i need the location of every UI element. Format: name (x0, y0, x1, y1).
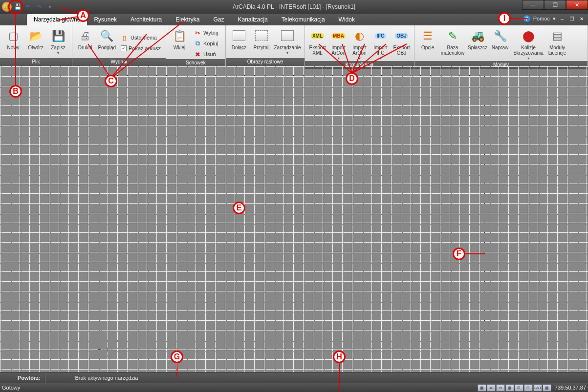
qat-save-button[interactable]: 💾 (13, 2, 22, 12)
tray-btn-2[interactable]: ▭ (496, 384, 505, 392)
group-plik: ▢ Nowy 📂 Otwórz 💾 Zapisz Plik (0, 25, 72, 66)
tab-rysunek[interactable]: Rysunek (87, 14, 124, 25)
minimize-button[interactable]: ─ (522, 0, 544, 10)
eksport-obj-label: Eksport OBJ (391, 45, 412, 56)
new-file-icon: ▢ (5, 28, 21, 43)
eksport-obj-button[interactable]: OBJ Eksport OBJ (391, 26, 412, 61)
przytnij-button[interactable]: Przytnij (250, 26, 273, 58)
close-button[interactable]: ✕ (566, 0, 588, 10)
mdi-minimize-button[interactable]: – (559, 15, 566, 22)
zapisz-button[interactable]: 💾 Zapisz (47, 26, 69, 58)
tray-btn-0[interactable]: ▦ (478, 384, 486, 392)
mdi-close-button[interactable]: ✕ (578, 15, 585, 22)
arcon-icon: ◐ (352, 28, 368, 43)
obj-icon: OBJ (394, 28, 410, 43)
tab-widok[interactable]: Widok (332, 14, 362, 25)
group-obrazy-label: Obrazy rastrowe (226, 58, 305, 66)
app-menu-button[interactable]: A (2, 2, 12, 12)
drukuj-label: Drukuj (78, 45, 92, 50)
group-wydruk: 🖨 Drukuj 🔍 Podgląd ▯ Ustawienia ✓ Pokaż … (72, 25, 166, 66)
tray-btn-4[interactable]: ⊞ (515, 384, 523, 392)
zarzadzanie-label: Zarządzanie (274, 45, 301, 50)
usun-button[interactable]: ✖ Usuń (192, 49, 220, 59)
tab-kanalizacja[interactable]: Kanalizacja (231, 14, 274, 25)
podglad-button[interactable]: 🔍 Podgląd (96, 26, 117, 58)
group-komunikacja: XML Eksport XML MBA Import ArCon ◐ Impor… (305, 25, 414, 66)
tray-btn-1[interactable]: 3D (487, 384, 496, 392)
import-arcon2-label: Import ArCon (349, 45, 370, 56)
import-ifc-button[interactable]: IFC Import IFC (370, 26, 391, 61)
qat-redo-button[interactable]: ↷ (34, 2, 44, 12)
tab-architektura[interactable]: Architektura (124, 14, 169, 25)
kopiuj-button[interactable]: ⧉ Kopiuj (192, 39, 220, 48)
drukuj-button[interactable]: 🖨 Drukuj (74, 26, 96, 58)
eksport-xml-button[interactable]: XML Eksport XML (307, 26, 328, 61)
podglad-label: Podgląd (98, 45, 116, 50)
mdi-restore-button[interactable]: ❐ (568, 15, 575, 22)
nowy-button[interactable]: ▢ Nowy (2, 26, 24, 58)
kolizje-button[interactable]: ⬤ Kolizje Skrzyżowania (511, 26, 545, 61)
tab-elektryka[interactable]: Elektryka (169, 14, 206, 25)
dolacz-button[interactable]: Dołącz (228, 26, 250, 58)
splaszcz-button[interactable]: 🚜 Spłaszcz (466, 26, 489, 61)
licenses-icon: ▤ (549, 28, 565, 43)
przytnij-label: Przytnij (254, 45, 270, 50)
repair-icon: 🔧 (492, 28, 508, 43)
baza-materialow-button[interactable]: ✎ Baza materiałów (439, 26, 466, 61)
nowy-label: Nowy (7, 45, 19, 50)
dolacz-label: Dołącz (232, 45, 247, 50)
group-schowek: 📋 Wklej ✂ Wytnij ⧉ Kopiuj ✖ Usuń Schowek (166, 25, 226, 66)
status-bar: Gotowy ▦ 3D ▭ ▦ ⊞ ⊞ LWT ▦ 739.50,37.87 (0, 383, 588, 392)
quick-access-toolbar: A 💾 ↶ ↷ ▾ (0, 2, 55, 12)
tray-btn-3[interactable]: ▦ (505, 384, 514, 392)
paste-icon: 📋 (172, 28, 187, 43)
tab-telekomunikacja[interactable]: Telekomunikacja (275, 14, 332, 25)
otworz-label: Otwórz (28, 45, 44, 50)
kopiuj-label: Kopiuj (203, 41, 218, 46)
maximize-button[interactable]: ❐ (544, 0, 566, 10)
otworz-button[interactable]: 📂 Otwórz (24, 26, 47, 58)
import-arcon-label: Import ArCon (328, 45, 349, 56)
import-arcon-button[interactable]: MBA Import ArCon (328, 26, 349, 61)
import-arcon2-button[interactable]: ◐ Import ArCon (349, 26, 370, 61)
group-schowek-label: Schowek (166, 59, 225, 67)
baza-label: Baza materiałów (439, 45, 466, 56)
qat-undo-button[interactable]: ↶ (23, 2, 33, 12)
tab-narzedzia-glowne[interactable]: Narzędzia główne (27, 14, 87, 25)
ustawienia-button[interactable]: ▯ Ustawienia (119, 33, 163, 42)
options-icon: ☰ (420, 28, 436, 43)
qat-customize-button[interactable]: ▾ (45, 2, 55, 12)
tray-btn-6[interactable]: LWT (533, 384, 542, 392)
wytnij-button[interactable]: ✂ Wytnij (192, 28, 220, 38)
import-ifc-label: Import IFC (370, 45, 391, 56)
copy-icon: ⧉ (194, 40, 201, 47)
printer-icon: 🖨 (77, 28, 93, 43)
zarzadzanie-button[interactable]: Zarządzanie (273, 26, 302, 58)
help-icon[interactable]: ? (523, 15, 530, 22)
help-dropdown-icon[interactable]: ▾ (553, 16, 556, 22)
attach-image-icon (231, 28, 247, 43)
drawing-canvas[interactable]: Rzut 1 (aktywny) (0, 66, 588, 374)
pokaz-arkusz-button[interactable]: ✓ Pokaż arkusz (119, 43, 163, 53)
splaszcz-label: Spłaszcz (468, 45, 487, 50)
napraw-button[interactable]: 🔧 Napraw (489, 26, 511, 61)
window-title: ArCADia 4.0 PL - INTERsoft [L01] - [Rysu… (0, 3, 588, 10)
wklej-button[interactable]: 📋 Wklej (168, 26, 191, 59)
tray-btn-7[interactable]: ▦ (543, 384, 551, 392)
ribbon-tabs: Narzędzia główne Rysunek Architektura El… (0, 14, 588, 25)
opcje-label: Opcje (421, 45, 434, 50)
clip-image-icon (254, 28, 269, 43)
group-moduly: ☰ Opcje ✎ Baza materiałów 🚜 Spłaszcz 🔧 N… (414, 25, 588, 66)
opcje-button[interactable]: ☰ Opcje (416, 26, 439, 61)
cut-icon: ✂ (194, 29, 201, 37)
materials-db-icon: ✎ (445, 28, 460, 43)
cursor-coordinates: 739.50,37.87 (555, 385, 586, 391)
command-message: Brak aktywnego narzędzia (45, 375, 138, 381)
tray-btn-5[interactable]: ⊞ (524, 384, 533, 392)
moduly-licencje-label: Moduły Licencje (545, 45, 569, 56)
show-sheet-checkbox[interactable]: ✓ (121, 45, 127, 51)
moduly-licencje-button[interactable]: ▤ Moduły Licencje (545, 26, 569, 61)
tab-gaz[interactable]: Gaz (206, 14, 231, 25)
group-plik-label: Plik (0, 58, 72, 66)
help-label[interactable]: Pomoc (533, 16, 550, 21)
